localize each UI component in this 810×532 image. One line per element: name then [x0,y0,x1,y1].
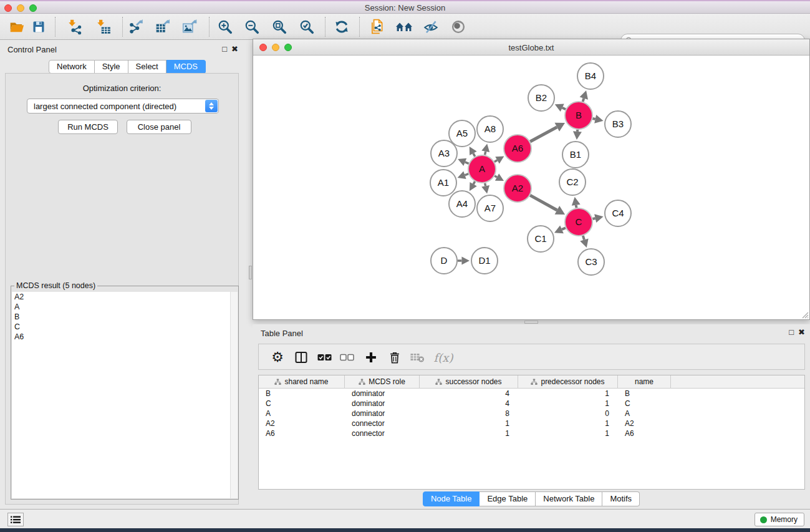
edge-A-A2[interactable] [494,176,497,177]
edge-C-C1[interactable] [562,228,566,230]
table-cell[interactable]: 1 [518,428,618,438]
close-panel-button[interactable]: Close panel [127,120,191,134]
table-cell[interactable]: 4 [420,399,518,409]
table-cell[interactable]: 8 [420,409,518,418]
edge-C-C4[interactable] [592,218,595,219]
zoom-fit-button[interactable] [269,17,290,37]
split-view-button[interactable] [291,347,311,367]
memory-button[interactable]: Memory [755,513,804,526]
table-row[interactable]: A2connector11A2 [259,418,804,428]
close-table-panel-icon[interactable]: ✖ [798,327,805,337]
network-canvas[interactable]: B4B2BB3A5A8A6A3B1AA1C2A2A4A7C4CC1C3DD1 [253,56,809,319]
run-mcds-button[interactable]: Run MCDS [58,120,118,134]
tab-network-table[interactable]: Network Table [536,491,602,506]
table-cell[interactable]: connector [345,418,420,428]
import-table-button[interactable] [93,17,114,37]
splitter-grip-vertical[interactable] [249,266,252,279]
save-session-button[interactable] [28,17,49,37]
table-cell[interactable]: B [259,389,345,399]
resize-corner-icon[interactable] [800,310,809,319]
edge-A-A7[interactable] [485,183,486,186]
splitter-grip-horizontal[interactable] [524,321,538,324]
edge-C-C2[interactable] [576,205,577,208]
tab-motifs[interactable]: Motifs [602,491,640,506]
edge-A-A3[interactable] [465,162,469,163]
result-list-item[interactable]: C [12,322,230,332]
column-header-name[interactable]: name [618,375,671,388]
table-cell[interactable]: A6 [259,428,345,438]
tab-node-table[interactable]: Node Table [423,491,480,506]
edge-A6-B[interactable] [530,127,557,142]
edge-B-B2[interactable] [562,108,566,110]
export-image-button[interactable] [179,17,200,37]
table-cell[interactable]: 1 [420,428,518,438]
tab-style[interactable]: Style [95,60,128,74]
column-header-successor-nodes[interactable]: successor nodes [420,375,518,388]
zoom-selected-button[interactable] [296,17,317,37]
float-panel-icon[interactable]: □ [222,44,227,54]
tab-mcds[interactable]: MCDS [166,60,206,74]
table-cell[interactable]: 1 [518,418,618,428]
result-list-item[interactable]: B [12,312,230,322]
function-builder-button[interactable]: f(x) [431,347,456,367]
export-network-button[interactable] [125,17,147,37]
copy-network-document-button[interactable] [367,17,388,37]
task-history-button[interactable] [7,513,24,526]
houses-button[interactable] [393,17,415,37]
table-cell[interactable]: A6 [618,428,671,438]
eye-button[interactable] [448,17,469,37]
table-row[interactable]: Adominator80A [259,409,804,418]
add-column-button[interactable] [361,347,381,367]
close-panel-icon[interactable]: ✖ [231,44,238,54]
result-list-item[interactable]: A6 [12,332,230,342]
table-cell[interactable]: dominator [345,409,420,418]
export-table-button[interactable] [152,17,173,37]
column-header-predecessor-nodes[interactable]: predecessor nodes [518,375,618,388]
zoom-in-button[interactable] [215,17,236,37]
table-cell[interactable]: connector [345,428,420,438]
table-cell[interactable]: 0 [518,409,618,418]
table-cell[interactable]: 4 [420,389,518,399]
open-session-button[interactable] [6,17,27,37]
column-header-MCDS-role[interactable]: MCDS role [345,375,420,388]
table-cell[interactable]: A [259,409,345,418]
edge-A-A8[interactable] [485,152,486,155]
tab-network[interactable]: Network [49,60,95,74]
clear-table-button[interactable] [407,347,427,367]
table-cell[interactable]: 1 [518,399,618,409]
deselect-all-columns-button[interactable] [337,347,357,367]
table-cell[interactable]: 1 [420,418,518,428]
tab-edge-table[interactable]: Edge Table [480,491,536,506]
table-cell[interactable]: C [618,399,671,409]
table-cell[interactable]: dominator [345,389,420,399]
select-all-columns-button[interactable] [315,347,335,367]
edge-C-C3[interactable] [583,236,584,240]
zoom-out-button[interactable] [241,17,263,37]
table-row[interactable]: Cdominator41C [259,399,804,409]
edge-A-A6[interactable] [494,160,498,162]
table-cell[interactable]: C [259,399,345,409]
delete-column-button[interactable] [385,347,405,367]
edge-B-B3[interactable] [592,118,595,119]
table-row[interactable]: A6connector11A6 [259,428,804,438]
edge-B-B4[interactable] [583,99,584,102]
refresh-view-button[interactable] [331,17,352,37]
result-list-scrollbar[interactable] [230,292,238,498]
table-cell[interactable]: A2 [618,418,671,428]
edge-A-A5[interactable] [473,153,475,157]
result-list-item[interactable]: A [12,302,230,312]
edge-A-A4[interactable] [473,181,475,184]
import-network-button[interactable] [64,17,85,37]
table-settings-button[interactable]: ⚙ [268,347,287,367]
result-list-item[interactable]: A2 [12,292,230,302]
table-cell[interactable]: B [618,389,671,399]
table-cell[interactable]: dominator [345,399,420,409]
column-header-shared-name[interactable]: shared name [259,375,345,388]
edge-A2-C[interactable] [530,195,557,210]
table-cell[interactable]: A [618,409,671,418]
tab-select[interactable]: Select [128,60,166,74]
edge-A-A1[interactable] [465,174,468,175]
table-cell[interactable]: 1 [518,389,618,399]
table-cell[interactable]: A2 [259,418,345,428]
hide-eye-button[interactable] [420,17,441,37]
